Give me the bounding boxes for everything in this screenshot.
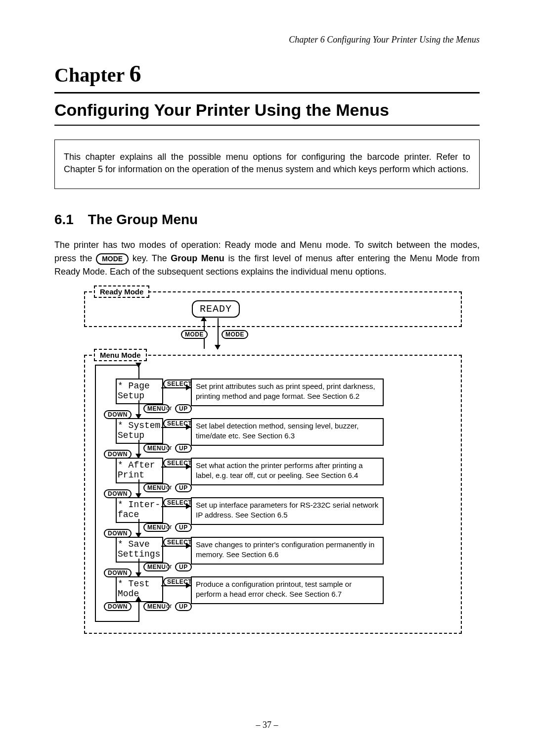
- menu-item-system-setup: * System Setup: [116, 418, 163, 444]
- page: Chapter 6 Configuring Your Printer Using…: [0, 0, 534, 756]
- intro-box: This chapter explains all the possible m…: [54, 140, 480, 189]
- menu-item-interface: * Inter- face: [116, 497, 163, 523]
- up-key-5: UP: [175, 563, 192, 571]
- desc-test-mode: Produce a configuration printout, test s…: [191, 576, 384, 604]
- menu-item-save-settings: * Save Settings: [116, 537, 163, 563]
- or-5: or: [166, 563, 172, 570]
- up-key-1: UP: [175, 404, 192, 413]
- chapter-number: 6: [129, 60, 141, 87]
- up-key-4: UP: [175, 523, 192, 532]
- intro-text: This chapter explains all the possible m…: [64, 152, 470, 174]
- menu-diagram: Ready Mode READY MODE MODE Menu Mode * P…: [69, 285, 465, 637]
- divider-thin: [54, 125, 480, 126]
- desc-save-settings: Save changes to printer's configuration …: [191, 537, 384, 565]
- mode-key-right: MODE: [222, 330, 248, 339]
- desc-system-setup: Set label detection method, sensing leve…: [191, 418, 384, 446]
- mode-key-inline: MODE: [96, 253, 129, 265]
- desc-page-setup: Set print attributes such as print speed…: [191, 378, 384, 406]
- or-4: or: [166, 523, 172, 530]
- section-paragraph: The printer has two modes of operation: …: [54, 238, 480, 279]
- or-2: or: [166, 444, 172, 451]
- menu-item-after-print: * After Print: [116, 458, 163, 483]
- chapter-label: Chapter: [54, 64, 124, 86]
- up-key-6: UP: [175, 602, 192, 611]
- mode-key-left: MODE: [181, 330, 208, 339]
- para-c: key. The: [133, 253, 171, 263]
- section-heading: 6.1 The Group Menu: [54, 212, 480, 228]
- up-key-3: UP: [175, 483, 192, 492]
- divider-thick: [54, 92, 480, 94]
- chapter-label-line: Chapter 6: [54, 60, 480, 87]
- chapter-title: Configuring Your Printer Using the Menus: [54, 100, 480, 120]
- page-number: – 37 –: [0, 720, 534, 730]
- up-key-2: UP: [175, 444, 192, 453]
- section-number: 6.1: [54, 212, 84, 228]
- or-1: or: [166, 404, 172, 412]
- desc-after-print: Set what action the printer performs aft…: [191, 458, 384, 485]
- or-6: or: [166, 602, 172, 610]
- down-key-6: DOWN: [104, 602, 132, 611]
- or-3: or: [166, 483, 172, 491]
- section-title: The Group Menu: [88, 212, 198, 227]
- ready-display: READY: [192, 300, 240, 318]
- desc-interface: Set up interface parameters for RS-232C …: [191, 497, 384, 525]
- menu-mode-label: Menu Mode: [94, 349, 147, 361]
- menu-item-page-setup: * Page Setup: [116, 378, 163, 404]
- ready-mode-label: Ready Mode: [94, 285, 149, 298]
- running-head: Chapter 6 Configuring Your Printer Using…: [54, 35, 480, 45]
- para-d-bold: Group Menu: [171, 253, 224, 263]
